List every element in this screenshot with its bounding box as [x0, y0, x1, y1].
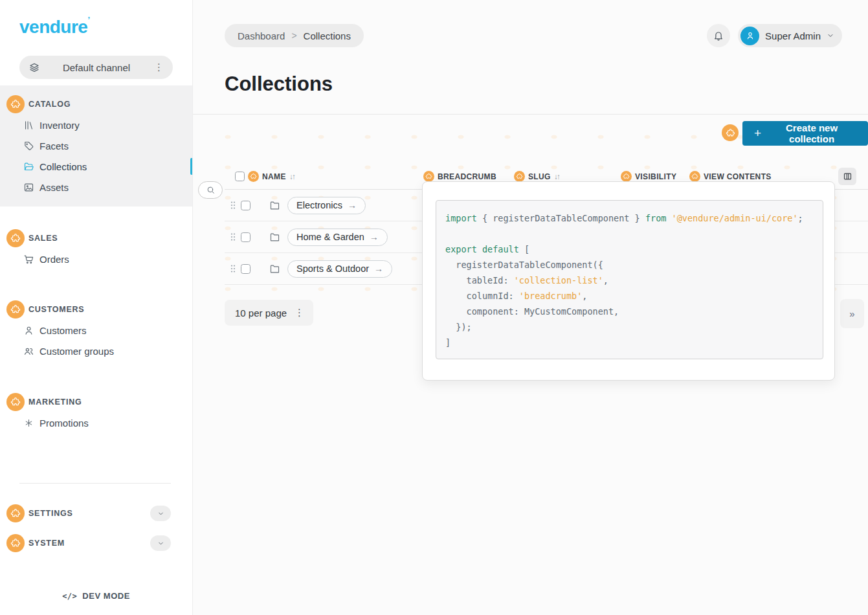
- plugin-icon: [623, 173, 630, 180]
- drag-handle-icon[interactable]: [230, 201, 236, 210]
- row-checkbox[interactable]: [241, 232, 250, 242]
- nav-section-customers: CUSTOMERS Customers Customer groups: [0, 299, 192, 361]
- dev-mode-label: DEV MODE: [82, 591, 130, 601]
- settings-expand-button[interactable]: [150, 506, 171, 521]
- collection-link[interactable]: Home & Garden →: [287, 229, 388, 246]
- sort-icon[interactable]: ↓↑: [289, 172, 295, 181]
- page-divider: [193, 114, 868, 115]
- user-icon: [21, 325, 36, 336]
- section-label: CATALOG: [28, 100, 71, 109]
- section-label: SYSTEM: [28, 539, 150, 548]
- dev-badge[interactable]: [6, 229, 25, 247]
- code-snippet: import { registerDataTableComponent } fr…: [436, 200, 823, 359]
- sidebar-item-assets[interactable]: Assets: [0, 177, 192, 197]
- chevron-down-icon: [827, 32, 834, 39]
- system-expand-button[interactable]: [150, 535, 171, 551]
- dev-badge[interactable]: [6, 534, 25, 552]
- dev-badge[interactable]: [514, 171, 525, 182]
- chevron-down-icon: [157, 510, 164, 517]
- sidebar-item-facets[interactable]: Facets: [0, 135, 192, 156]
- dev-badge[interactable]: [6, 393, 25, 411]
- dev-mode-popup: import { registerDataTableComponent } fr…: [422, 181, 835, 381]
- column-settings-button[interactable]: [838, 168, 856, 185]
- section-label: SETTINGS: [28, 509, 150, 518]
- dev-badge[interactable]: [6, 504, 25, 522]
- dev-badge[interactable]: [722, 124, 739, 141]
- channel-selector[interactable]: Default channel ⋮: [19, 56, 173, 79]
- section-header-sales: SALES: [0, 228, 192, 249]
- code-icon: </>: [62, 592, 77, 601]
- collection-link[interactable]: Sports & Outdoor →: [287, 260, 392, 278]
- collection-name: Home & Garden: [296, 232, 364, 242]
- dev-badge[interactable]: [6, 300, 25, 319]
- dev-badge[interactable]: [423, 171, 434, 182]
- arrow-right-icon: →: [374, 263, 383, 274]
- main-content: Dashboard > Collections Super Admin: [193, 0, 868, 615]
- column-label-visibility[interactable]: VISIBILITY: [635, 172, 676, 181]
- plugin-icon: [10, 508, 21, 519]
- column-label-breadcrumb[interactable]: BREADCRUMB: [438, 172, 496, 181]
- items-per-page-select[interactable]: 10 per page ⋮: [225, 300, 313, 326]
- plus-icon: +: [754, 126, 761, 140]
- channel-label: Default channel: [40, 62, 153, 73]
- plugin-icon: [10, 538, 21, 548]
- sidebar-item-label: Collections: [39, 161, 87, 172]
- logo-trademark-mark: ’: [87, 15, 89, 25]
- arrow-right-icon: →: [370, 232, 379, 242]
- row-checkbox[interactable]: [241, 201, 250, 210]
- dev-badge[interactable]: [621, 171, 632, 182]
- notifications-button[interactable]: [707, 24, 730, 47]
- sidebar-item-label: Customers: [39, 325, 87, 336]
- breadcrumb-collections[interactable]: Collections: [304, 30, 351, 41]
- breadcrumb-dashboard[interactable]: Dashboard: [238, 30, 285, 41]
- sidebar-item-label: Customer groups: [39, 346, 114, 357]
- sidebar: vendure’ Default channel ⋮ CATALOG Inven…: [0, 0, 193, 615]
- breadcrumb-separator: >: [291, 30, 296, 41]
- sort-icon[interactable]: ↓↑: [554, 172, 559, 181]
- column-label-name[interactable]: NAME: [262, 172, 286, 181]
- drag-handle-icon[interactable]: [230, 264, 236, 273]
- kebab-icon: ⋮: [295, 307, 304, 319]
- nav-section-marketing: MARKETING Promotions: [0, 392, 192, 433]
- folder-icon: [269, 200, 280, 211]
- section-header-customers: CUSTOMERS: [0, 299, 192, 320]
- channel-menu-button[interactable]: ⋮: [153, 62, 165, 73]
- dev-badge[interactable]: [6, 95, 25, 113]
- dev-badge[interactable]: [248, 171, 259, 182]
- asterisk-icon: [21, 418, 36, 428]
- vendure-logo: vendure’: [19, 17, 192, 38]
- plugin-icon: [10, 397, 21, 407]
- sidebar-divider: [19, 483, 171, 484]
- plugin-icon: [691, 173, 698, 180]
- folder-icon: [269, 232, 280, 243]
- user-menu[interactable]: Super Admin: [738, 24, 842, 47]
- search-icon: [206, 185, 216, 195]
- users-icon: [21, 346, 36, 357]
- sidebar-item-orders[interactable]: Orders: [0, 249, 192, 269]
- sidebar-item-customers[interactable]: Customers: [0, 320, 192, 341]
- row-checkbox[interactable]: [241, 264, 250, 274]
- create-new-collection-button[interactable]: + Create new collection: [742, 121, 868, 146]
- plugin-icon: [10, 233, 21, 243]
- folder-icon: [269, 263, 280, 274]
- sidebar-item-promotions[interactable]: Promotions: [0, 412, 192, 433]
- section-label: SALES: [28, 234, 58, 243]
- table-search-button[interactable]: [198, 181, 223, 199]
- dev-badge[interactable]: [689, 171, 700, 182]
- fast-forward-page-button[interactable]: »: [840, 299, 864, 328]
- plugin-icon: [425, 173, 432, 180]
- section-header-catalog: CATALOG: [0, 94, 192, 115]
- sidebar-item-collections[interactable]: Collections: [0, 156, 192, 177]
- dev-mode-toggle[interactable]: </> DEV MODE: [0, 591, 192, 615]
- collection-link[interactable]: Electronics →: [287, 197, 366, 214]
- column-label-slug[interactable]: SLUG: [528, 172, 551, 181]
- image-icon: [21, 182, 36, 193]
- column-label-view-contents[interactable]: VIEW CONTENTS: [704, 172, 772, 181]
- sidebar-item-inventory[interactable]: Inventory: [0, 115, 192, 135]
- drag-handle-icon[interactable]: [230, 232, 236, 241]
- sidebar-item-customer-groups[interactable]: Customer groups: [0, 341, 192, 361]
- folder-open-icon: [21, 161, 36, 172]
- select-all-checkbox[interactable]: [235, 172, 245, 181]
- chevron-down-icon: [157, 540, 164, 547]
- arrow-right-icon: →: [348, 200, 357, 210]
